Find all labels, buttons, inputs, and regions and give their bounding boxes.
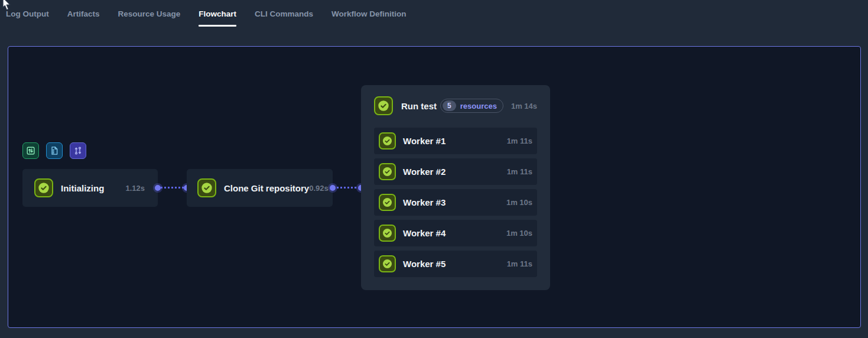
- node-worker-2[interactable]: Worker #2 1m 11s: [374, 158, 537, 185]
- node-worker-4[interactable]: Worker #4 1m 10s: [374, 220, 537, 246]
- group-duration: 1m 14s: [511, 102, 537, 110]
- connector-init-clone: [158, 187, 187, 188]
- status-passed-icon: [379, 163, 396, 180]
- tab-label: CLI Commands: [255, 9, 313, 18]
- tab-label: Log Output: [6, 9, 49, 18]
- tab-label: Resource Usage: [118, 9, 181, 18]
- resources-count: 5: [443, 100, 456, 111]
- worker-title: Worker #3: [403, 197, 446, 207]
- sort-panel-button[interactable]: [22, 142, 39, 159]
- status-passed-icon: [379, 255, 396, 272]
- status-passed-icon: [197, 178, 216, 197]
- status-passed-icon: [34, 178, 53, 197]
- tab-bar: Log Output Artifacts Resource Usage Flow…: [0, 0, 868, 27]
- status-passed-icon: [379, 225, 396, 242]
- node-duration: 1.12s: [125, 184, 145, 193]
- worker-duration: 1m 11s: [507, 259, 532, 268]
- status-passed-icon: [374, 96, 393, 115]
- node-worker-1[interactable]: Worker #1 1m 11s: [374, 128, 537, 154]
- tab-artifacts[interactable]: Artifacts: [67, 0, 100, 27]
- node-title: Initializing: [61, 183, 104, 193]
- reorder-button[interactable]: [70, 142, 86, 159]
- flowchart-panel: Initializing 1.12s Clone Git repository …: [8, 46, 861, 328]
- worker-title: Worker #1: [403, 136, 446, 146]
- tab-label: Artifacts: [67, 9, 100, 18]
- worker-duration: 1m 11s: [507, 167, 532, 176]
- box-sort-icon: [26, 146, 35, 155]
- status-passed-icon: [379, 194, 396, 211]
- compare-arrows-icon: [73, 146, 83, 155]
- tab-flowchart[interactable]: Flowchart: [199, 0, 236, 27]
- tab-log-output[interactable]: Log Output: [6, 0, 49, 27]
- worker-duration: 1m 10s: [506, 229, 532, 238]
- node-worker-3[interactable]: Worker #3 1m 10s: [374, 189, 537, 216]
- node-worker-5[interactable]: Worker #5 1m 11s: [374, 251, 537, 277]
- worker-title: Worker #4: [403, 228, 446, 238]
- tab-workflow-definition[interactable]: Workflow Definition: [331, 0, 407, 27]
- tab-label: Workflow Definition: [331, 9, 407, 18]
- worker-list: Worker #1 1m 11s Worker #2 1m 11s Worker…: [374, 128, 537, 281]
- tab-resource-usage[interactable]: Resource Usage: [118, 0, 181, 27]
- worker-title: Worker #2: [403, 167, 446, 177]
- tab-cli-commands[interactable]: CLI Commands: [255, 0, 313, 27]
- node-initializing[interactable]: Initializing 1.12s: [22, 169, 158, 207]
- node-clone-git-repository[interactable]: Clone Git repository 0.92s: [187, 169, 333, 207]
- group-run-test: Run test 5 resources 1m 14s Worker #1 1m…: [361, 85, 550, 290]
- tab-label: Flowchart: [199, 9, 236, 18]
- worker-duration: 1m 10s: [506, 198, 532, 207]
- worker-title: Worker #5: [403, 259, 446, 269]
- group-title: Run test: [401, 101, 437, 111]
- worker-duration: 1m 11s: [507, 136, 532, 145]
- node-title: Clone Git repository: [224, 183, 309, 193]
- flowchart-toolbar: [22, 142, 86, 159]
- connector-clone-runtest: [333, 187, 361, 188]
- node-duration: 0.92s: [309, 184, 329, 193]
- group-header[interactable]: Run test 5 resources 1m 14s: [374, 96, 537, 115]
- document-icon: [50, 146, 59, 155]
- resources-label: resources: [460, 102, 497, 110]
- resources-badge[interactable]: 5 resources: [440, 99, 503, 113]
- status-passed-icon: [379, 132, 396, 150]
- log-document-button[interactable]: [46, 142, 63, 159]
